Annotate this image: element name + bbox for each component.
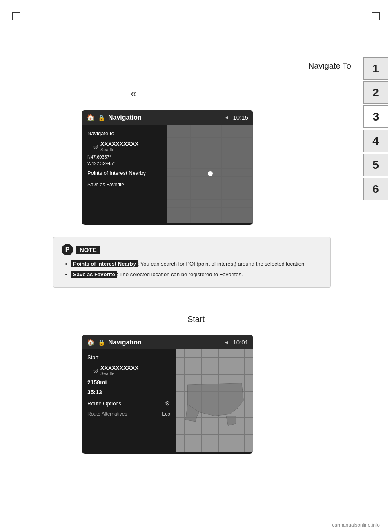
coord2: W122.32945°: [82, 160, 167, 167]
screen-navigate-to: 🏠 🔒 Navigation ◄ 10:15 Navigate to ◎ XXX…: [82, 110, 253, 225]
tab-6-label: 6: [372, 183, 379, 196]
destination-city-2: Seattle: [100, 371, 138, 376]
sidebar-tab-6[interactable]: 6: [363, 178, 388, 200]
coord1: N47.60357°: [82, 154, 167, 160]
note-bullet-2-text: : The selected location can be registere…: [117, 271, 243, 277]
sidebar-tab-5[interactable]: 5: [363, 154, 388, 176]
sidebar: 1 2 3 4 5 6: [363, 57, 392, 200]
navigate-to-label: Navigate To: [308, 61, 351, 71]
screen2-time: 10:01: [233, 339, 248, 346]
note-bullets: Points of Interest Nearby: You can searc…: [65, 259, 322, 279]
tab-4-label: 4: [372, 134, 379, 148]
tab-5-label: 5: [372, 159, 379, 172]
sidebar-tab-1[interactable]: 1: [363, 57, 388, 80]
us-map-svg: [176, 349, 253, 452]
destination-row-2[interactable]: ◎ XXXXXXXXXX Seattle: [82, 363, 176, 378]
tab-1-label: 1: [372, 62, 379, 75]
screen1-header: 🏠 🔒 Navigation ◄ 10:15: [82, 110, 253, 125]
screen2-header: 🏠 🔒 Navigation ◄ 10:01: [82, 335, 253, 349]
map-center-dot: [208, 171, 213, 176]
screen1-time: 10:15: [233, 114, 248, 121]
screen2-title: Navigation: [108, 339, 142, 346]
navigate-to-menu-item[interactable]: Navigate to: [82, 128, 167, 139]
destination-icon-2: ◎: [93, 367, 98, 373]
route-options-label: Route Options: [87, 400, 121, 407]
sidebar-tab-2[interactable]: 2: [363, 81, 388, 104]
duration: 35:13: [82, 387, 176, 397]
corner-mark-tl: [12, 12, 20, 20]
save-favorite-item[interactable]: Save as Favorite: [82, 179, 167, 190]
start-section-label: Start: [187, 315, 205, 324]
start-menu-item[interactable]: Start: [82, 352, 176, 363]
screen1-map: [167, 125, 253, 223]
signal-icon-2: ◄: [224, 340, 229, 345]
route-alternatives-row[interactable]: Route Alternatives Eco: [82, 409, 176, 418]
note-icon: P: [62, 244, 73, 255]
tab-2-label: 2: [372, 86, 379, 99]
back-arrow-1[interactable]: «: [131, 88, 136, 99]
screen2-map: [176, 349, 253, 452]
destination-name-2: XXXXXXXXXX: [100, 364, 138, 371]
screen2-body: Start ◎ XXXXXXXXXX Seattle 2158mi 35:13 …: [82, 349, 253, 452]
destination-city: Seattle: [100, 147, 138, 152]
note-bullet-2: Save as Favorite: The selected location …: [71, 270, 322, 279]
screen1-header-left: 🏠 🔒 Navigation: [87, 114, 142, 121]
sidebar-tab-3[interactable]: 3: [363, 105, 388, 128]
lock-icon-2: 🔒: [98, 339, 105, 346]
settings-icon: ⚙: [165, 400, 170, 407]
note-box: P NOTE Points of Interest Nearby: You ca…: [53, 237, 331, 288]
note-title: NOTE: [76, 246, 100, 254]
destination-icon: ◎: [93, 143, 98, 150]
save-highlight: Save as Favorite: [71, 271, 117, 278]
screen1-title: Navigation: [108, 114, 142, 121]
distance: 2158mi: [82, 378, 176, 387]
lock-icon-1: 🔒: [98, 114, 105, 121]
screen1-menu: Navigate to ◎ XXXXXXXXXX Seattle N47.603…: [82, 125, 167, 223]
note-bullet-1-text: : You can search for POI (point of inter…: [138, 261, 306, 267]
tab-3-label: 3: [373, 110, 379, 123]
home-icon-2: 🏠: [87, 338, 95, 346]
screen2-header-left: 🏠 🔒 Navigation: [87, 338, 142, 346]
screen2-header-right: ◄ 10:01: [224, 339, 248, 346]
poi-highlight: Points of Interest Nearby: [71, 260, 138, 267]
screen1-header-right: ◄ 10:15: [224, 114, 248, 121]
note-bullet-1: Points of Interest Nearby: You can searc…: [71, 259, 322, 268]
route-options-row[interactable]: Route Options ⚙: [82, 397, 176, 409]
note-header: P NOTE: [62, 244, 322, 255]
screen-start: 🏠 🔒 Navigation ◄ 10:01 Start ◎ XXXXXXXXX…: [82, 335, 253, 454]
route-alt-label: Route Alternatives: [87, 411, 127, 417]
screen1-body: Navigate to ◎ XXXXXXXXXX Seattle N47.603…: [82, 125, 253, 223]
screen2-menu: Start ◎ XXXXXXXXXX Seattle 2158mi 35:13 …: [82, 349, 176, 452]
corner-mark-tr: [372, 12, 380, 20]
sidebar-tab-4[interactable]: 4: [363, 130, 388, 152]
poi-nearby-item[interactable]: Points of Interest Nearby: [82, 167, 167, 179]
destination-name: XXXXXXXXXX: [100, 141, 138, 147]
website-footer: carmanualsonline.info: [332, 522, 380, 528]
route-alt-value: Eco: [162, 411, 170, 417]
home-icon-1: 🏠: [87, 114, 95, 121]
destination-row[interactable]: ◎ XXXXXXXXXX Seattle: [82, 139, 167, 154]
signal-icon-1: ◄: [224, 115, 229, 121]
